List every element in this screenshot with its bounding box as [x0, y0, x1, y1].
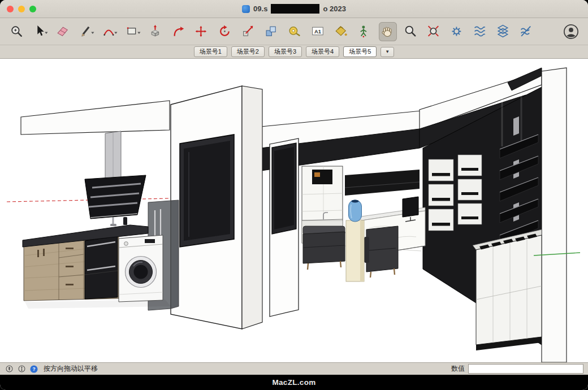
measurement-label: 数值: [451, 364, 465, 374]
rectangle-icon: [126, 24, 141, 38]
scene-tab-5[interactable]: 场景号5: [343, 46, 377, 57]
push-pull-icon: [149, 24, 164, 38]
column-left: [171, 86, 262, 329]
fog-toggle-tool[interactable]: [518, 22, 536, 41]
pan-hand-icon: [381, 24, 396, 38]
geolocation-button[interactable]: [5, 365, 14, 374]
zoom-window-icon: [10, 24, 25, 38]
washing-machine: [119, 235, 163, 302]
move-icon: [195, 24, 210, 38]
title-prefix: 09.s: [253, 5, 267, 13]
fog-icon: [473, 24, 488, 38]
select-tool[interactable]: [31, 22, 49, 41]
pan-tool[interactable]: [379, 22, 397, 41]
sketchup-window: 09.s o 2023: [0, 0, 588, 390]
gear-icon: [450, 24, 465, 38]
scene-tabs-dropdown[interactable]: ▼: [381, 47, 394, 57]
maximize-button[interactable]: [29, 6, 36, 12]
pan-directions-button[interactable]: [17, 365, 26, 374]
title-redaction: [271, 4, 319, 14]
fog-tool[interactable]: [472, 22, 490, 41]
rotate-tool[interactable]: [217, 22, 235, 41]
zoom-extents-icon: [427, 24, 442, 38]
rotate-icon: [218, 24, 234, 38]
settings-tool[interactable]: [448, 22, 466, 41]
layers-icon: [496, 24, 512, 38]
position-camera-icon: [357, 24, 373, 38]
dimensions-icon: A1: [311, 24, 326, 38]
shapes-tool[interactable]: [124, 22, 142, 41]
push-pull-tool[interactable]: [147, 22, 165, 41]
line-tool[interactable]: [77, 22, 96, 41]
zoom-tool[interactable]: [402, 22, 420, 41]
scene-tab-2[interactable]: 场景号2: [231, 46, 265, 57]
pencil-icon: [79, 24, 94, 38]
help-button[interactable]: ?: [29, 365, 38, 374]
select-icon: [33, 24, 48, 38]
components-tool[interactable]: [263, 22, 281, 41]
cooktop-cabinet-run: [473, 229, 542, 350]
eraser-icon: [56, 24, 71, 38]
scene-tab-1[interactable]: 场景号1: [194, 46, 227, 57]
move-tool[interactable]: [193, 22, 211, 41]
measurement-box: 数值: [451, 364, 583, 374]
measurement-input[interactable]: [468, 364, 583, 374]
account-button[interactable]: [562, 22, 580, 41]
components-icon: [265, 24, 280, 38]
watermark-text: MacZL.com: [273, 378, 316, 387]
minimize-button[interactable]: [18, 6, 25, 12]
scene-tab-4[interactable]: 场景号4: [306, 46, 339, 57]
arc-tool[interactable]: [101, 22, 119, 41]
model-scene: [0, 59, 588, 362]
tape-measure-icon: [288, 24, 303, 38]
scene-tabs-bar: 场景号1 场景号2 场景号3 场景号4 场景号5 ▼: [0, 45, 588, 59]
viewport-canvas[interactable]: [0, 59, 588, 362]
statusbar: ? 按方向拖动以平移 数值: [0, 362, 588, 375]
scale-icon: [241, 24, 257, 38]
follow-me-tool[interactable]: [170, 22, 188, 41]
follow-me-icon: [172, 24, 187, 38]
position-camera-tool[interactable]: [356, 22, 374, 41]
document-icon: [242, 5, 250, 13]
traffic-lights: [0, 6, 36, 12]
account-icon: [563, 23, 580, 40]
zoom-icon: [404, 24, 419, 38]
help-icon: ?: [29, 365, 38, 374]
arc-icon: [102, 24, 118, 38]
close-button[interactable]: [7, 6, 14, 12]
eraser-tool[interactable]: [54, 22, 72, 41]
tape-measure-tool[interactable]: [286, 22, 304, 41]
svg-text:?: ?: [32, 366, 35, 372]
sections-tool[interactable]: [495, 22, 513, 41]
toolbar: A1: [0, 18, 588, 45]
watermark-bar: MacZL.com: [0, 375, 588, 390]
zoom-extents-tool[interactable]: [425, 22, 443, 41]
geolocation-icon: [5, 365, 14, 373]
svg-text:A1: A1: [314, 29, 321, 34]
far-right-wall: [542, 68, 567, 362]
dimensions-tool[interactable]: A1: [309, 22, 327, 41]
paint-bucket-tool[interactable]: [332, 22, 351, 41]
status-hint: 按方向拖动以平移: [44, 364, 98, 374]
scale-tool[interactable]: [240, 22, 258, 41]
up-down-arrows-icon: [18, 365, 26, 373]
scene-tab-3[interactable]: 场景号3: [269, 46, 302, 57]
column-right: [270, 138, 299, 317]
zoom-window-tool[interactable]: [8, 22, 26, 41]
display-pillar: [346, 200, 364, 281]
titlebar: 09.s o 2023: [0, 0, 588, 18]
window-title: 09.s o 2023: [0, 4, 588, 14]
fog-off-icon: [520, 24, 535, 38]
range-hood: [85, 131, 146, 219]
title-suffix: o 2023: [323, 5, 345, 13]
paint-bucket-icon: [334, 24, 349, 38]
